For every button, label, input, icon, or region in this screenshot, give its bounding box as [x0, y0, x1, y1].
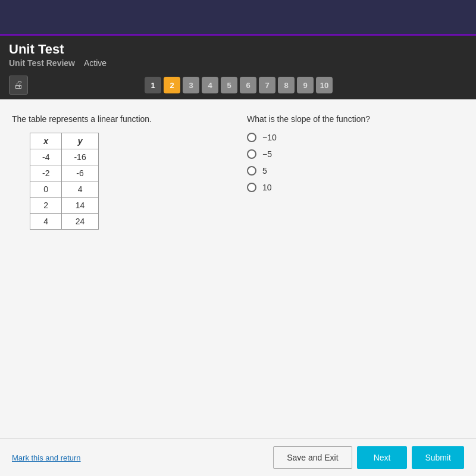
main-content: The table represents a linear function. …: [0, 99, 476, 397]
question-nav-10[interactable]: 10: [316, 77, 333, 93]
footer: Mark this and return Save and Exit Next …: [0, 439, 476, 476]
bottom-buttons: Save and Exit Next Submit: [273, 446, 464, 469]
right-panel: What is the slope of the function? −10 −…: [247, 114, 464, 385]
radio-neg5[interactable]: [247, 149, 256, 159]
save-exit-button[interactable]: Save and Exit: [273, 446, 352, 469]
option-10[interactable]: 10: [247, 183, 464, 192]
question-nav-3[interactable]: 3: [183, 77, 199, 93]
cell-x4: 2: [30, 198, 62, 214]
option-label-10: 10: [262, 183, 272, 192]
cell-y2: -6: [62, 165, 98, 181]
question-nav-9[interactable]: 9: [297, 77, 314, 93]
table-row: -2 -6: [30, 165, 99, 181]
nav-area: 🖨 1 2 3 4 5 6 7 8 9 10: [0, 71, 476, 99]
option-5[interactable]: 5: [247, 166, 464, 176]
page-wrapper: Unit Test Unit Test Review Active 🖨 1 2 …: [0, 0, 476, 476]
subtitle: Unit Test Review: [9, 58, 75, 68]
table-row: -4 -16: [30, 149, 99, 165]
table-row: 2 14: [30, 198, 99, 214]
cell-x2: -2: [30, 165, 62, 181]
option-label-neg5: −5: [262, 149, 272, 159]
page-title: Unit Test: [9, 42, 467, 57]
cell-x1: -4: [30, 149, 62, 165]
option-label-5: 5: [262, 166, 267, 176]
submit-button[interactable]: Submit: [412, 446, 464, 469]
question-nav-8[interactable]: 8: [278, 77, 295, 93]
question-nav-7[interactable]: 7: [259, 77, 275, 93]
question-nav-2[interactable]: 2: [164, 77, 180, 93]
left-panel: The table represents a linear function. …: [12, 114, 229, 385]
cell-y3: 4: [62, 181, 98, 198]
cell-y4: 14: [62, 198, 98, 214]
table-row: 4 24: [30, 214, 99, 230]
question-nav-6[interactable]: 6: [240, 77, 256, 93]
question-number-nav: 1 2 3 4 5 6 7 8 9 10: [145, 77, 333, 93]
option-neg10[interactable]: −10: [247, 133, 464, 142]
question-nav-4[interactable]: 4: [202, 77, 218, 93]
option-neg5[interactable]: −5: [247, 149, 464, 159]
next-button[interactable]: Next: [357, 446, 408, 469]
header: Unit Test Unit Test Review Active: [0, 36, 476, 71]
cell-y1: -16: [62, 149, 98, 165]
header-sub: Unit Test Review Active: [9, 58, 467, 68]
question-nav-1[interactable]: 1: [145, 77, 161, 93]
left-question-text: The table represents a linear function.: [12, 114, 229, 124]
status-badge: Active: [84, 58, 107, 68]
content-spacer: [0, 397, 476, 439]
table-row: 0 4: [30, 181, 99, 198]
top-bar: [0, 0, 476, 36]
mark-return-link[interactable]: Mark this and return: [12, 453, 81, 462]
print-icon[interactable]: 🖨: [9, 76, 28, 95]
col-header-x: x: [30, 133, 62, 149]
radio-10[interactable]: [247, 183, 256, 192]
right-question-text: What is the slope of the function?: [247, 114, 464, 124]
radio-neg10[interactable]: [247, 133, 256, 142]
option-label-neg10: −10: [262, 133, 277, 142]
data-table: x y -4 -16 -2 -6 0 4: [30, 133, 99, 230]
cell-x5: 4: [30, 214, 62, 230]
cell-x3: 0: [30, 181, 62, 198]
cell-y5: 24: [62, 214, 98, 230]
col-header-y: y: [62, 133, 98, 149]
radio-5[interactable]: [247, 166, 256, 176]
question-nav-5[interactable]: 5: [221, 77, 237, 93]
